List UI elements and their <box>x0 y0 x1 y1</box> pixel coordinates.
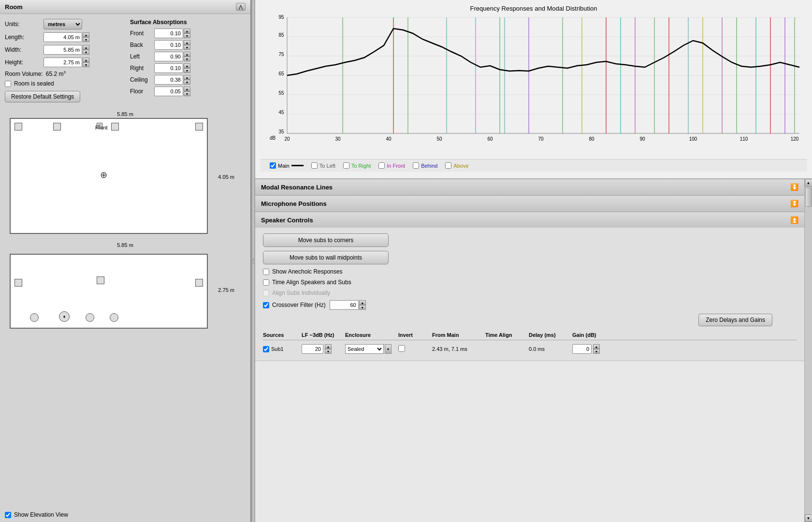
height-input-group: ▲ ▼ <box>44 58 89 67</box>
svg-text:80: 80 <box>589 136 594 142</box>
show-anechoic-checkbox[interactable] <box>263 269 269 275</box>
right-panel: Frequency Responses and Modal Distributi… <box>255 0 812 522</box>
crossover-checkbox[interactable] <box>263 302 269 308</box>
microphone-positions-title: Microphone Positions <box>261 200 327 207</box>
legend-toright-checkbox[interactable] <box>343 162 349 169</box>
surface-row-back: Back ▲ ▼ <box>130 40 246 50</box>
col-header-enclosure: Enclosure <box>345 332 398 338</box>
move-subs-corners-button[interactable]: Move subs to corners <box>263 233 389 247</box>
front-input[interactable] <box>154 29 183 38</box>
sub1-enclosure-arrow[interactable]: ▼ <box>385 344 392 354</box>
time-align-checkbox[interactable] <box>263 279 269 286</box>
sub1-gain-up[interactable]: ▲ <box>593 344 600 349</box>
right-scrollbar: ▲ ▼ <box>804 179 812 522</box>
move-subs-walls-button[interactable]: Move subs to wall midpoints <box>263 251 389 264</box>
ceiling-down[interactable]: ▼ <box>184 80 190 85</box>
sub1-gain-down[interactable]: ▼ <box>593 349 600 354</box>
microphone-positions-collapse-icon: ⏬ <box>790 200 798 207</box>
sub1-enclosure-select[interactable]: Sealed Ported <box>345 344 384 354</box>
scrollbar-down[interactable]: ▼ <box>805 514 812 522</box>
legend-infront-checkbox[interactable] <box>378 162 385 169</box>
legend-toright: To Right <box>343 162 371 169</box>
front-down[interactable]: ▼ <box>184 33 190 38</box>
microphone-positions-header[interactable]: Microphone Positions ⏬ <box>255 196 804 211</box>
elevation-width-label: 5.85 m <box>10 242 241 248</box>
chart-area: Frequency Responses and Modal Distributi… <box>255 0 812 179</box>
right-input[interactable] <box>154 63 183 73</box>
sub1-checkbox[interactable] <box>263 346 269 352</box>
right-down[interactable]: ▼ <box>184 68 190 73</box>
left-input-group: ▲ ▼ <box>154 52 190 61</box>
crossover-input[interactable] <box>330 300 359 310</box>
modal-resonance-header[interactable]: Modal Resonance Lines ⏬ <box>255 179 804 195</box>
right-input-group: ▲ ▼ <box>154 63 190 73</box>
floor-down[interactable]: ▼ <box>184 91 190 96</box>
width-input[interactable] <box>44 45 82 55</box>
length-down[interactable]: ▼ <box>83 37 89 42</box>
restore-defaults-button[interactable]: Restore Default Settings <box>5 91 80 102</box>
crossover-row: Crossover Filter (Hz) ▲ ▼ <box>263 300 797 310</box>
floor-up[interactable]: ▲ <box>184 87 190 91</box>
legend-behind-checkbox[interactable] <box>413 162 419 169</box>
length-up[interactable]: ▲ <box>83 32 89 37</box>
room-sealed-checkbox[interactable] <box>5 81 11 87</box>
sub1-lf-down[interactable]: ▼ <box>325 349 332 354</box>
sub1-lf-input[interactable] <box>302 344 323 354</box>
floor-input[interactable] <box>154 87 183 96</box>
right-up[interactable]: ▲ <box>184 63 190 68</box>
sub1-gain-input[interactable] <box>572 344 592 354</box>
floor-arrows: ▲ ▼ <box>184 87 190 96</box>
elev-speaker-left <box>14 279 22 287</box>
legend-main-checkbox[interactable] <box>270 162 276 169</box>
col-header-sources: Sources <box>263 332 302 338</box>
surface-label-right: Right <box>130 65 154 72</box>
crossover-label: Crossover Filter (Hz) <box>272 302 326 308</box>
left-down[interactable]: ▼ <box>184 57 190 61</box>
back-down[interactable]: ▼ <box>184 45 190 50</box>
show-elevation-checkbox[interactable] <box>5 512 11 518</box>
zero-delays-button[interactable]: Zero Delays and Gains <box>698 314 772 326</box>
panel-title: Room <box>5 3 23 11</box>
top-section: Units: metres feet Length: ▲ ▼ <box>5 19 246 107</box>
modal-resonance-section: Modal Resonance Lines ⏬ <box>255 179 804 195</box>
show-anechoic-label: Show Anechoic Responses <box>272 268 342 275</box>
sub1-lf-up[interactable]: ▲ <box>325 344 332 349</box>
back-input[interactable] <box>154 40 183 50</box>
col-header-gain: Gain (dB) <box>572 332 616 338</box>
left-input[interactable] <box>154 52 183 61</box>
ceiling-input[interactable] <box>154 75 183 85</box>
height-down[interactable]: ▼ <box>83 62 89 67</box>
units-select[interactable]: metres feet <box>44 19 82 29</box>
height-input[interactable] <box>44 58 82 67</box>
right-arrows: ▲ ▼ <box>184 63 190 73</box>
units-row: Units: metres feet <box>5 19 120 29</box>
scrollbar-up[interactable]: ▲ <box>805 179 812 187</box>
legend-toleft-checkbox[interactable] <box>311 162 318 169</box>
svg-text:65: 65 <box>278 71 284 76</box>
legend-above-checkbox[interactable] <box>445 162 451 169</box>
sub1-invert-checkbox[interactable] <box>398 345 405 352</box>
back-up[interactable]: ▲ <box>184 40 190 45</box>
height-up[interactable]: ▲ <box>83 58 89 62</box>
collapse-button[interactable]: ⋀ <box>236 3 246 11</box>
ceiling-up[interactable]: ▲ <box>184 75 190 80</box>
time-align-row: Time Align Speakers and Subs <box>263 279 797 286</box>
length-input[interactable] <box>44 32 82 42</box>
modal-resonance-title: Modal Resonance Lines <box>261 184 333 191</box>
speaker-controls-header[interactable]: Speaker Controls ⏫ <box>255 212 804 228</box>
surface-row-right: Right ▲ ▼ <box>130 63 246 73</box>
crossover-down[interactable]: ▼ <box>359 305 366 310</box>
panel-splitter[interactable] <box>251 0 255 522</box>
speaker-controls-title: Speaker Controls <box>261 217 313 224</box>
align-subs-checkbox[interactable] <box>263 290 269 296</box>
scrollbar-thumb[interactable] <box>805 188 812 207</box>
sub-2: ♦ <box>59 311 70 322</box>
left-up[interactable]: ▲ <box>184 52 190 57</box>
width-row: Width: ▲ ▼ <box>5 45 120 55</box>
svg-text:100: 100 <box>689 136 697 142</box>
crossover-up[interactable]: ▲ <box>359 300 366 305</box>
width-down[interactable]: ▼ <box>83 50 89 55</box>
svg-text:35: 35 <box>278 129 284 134</box>
width-up[interactable]: ▲ <box>83 45 89 50</box>
front-up[interactable]: ▲ <box>184 29 190 33</box>
